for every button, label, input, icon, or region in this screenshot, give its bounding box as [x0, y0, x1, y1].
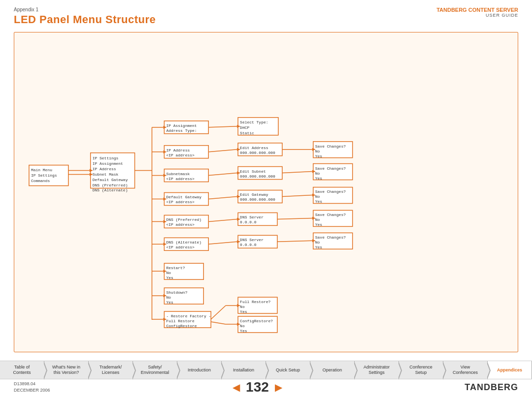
svg-text:0.0.0.0: 0.0.0.0: [240, 243, 257, 247]
tab-whats-new[interactable]: What's New inthis Version?: [44, 361, 89, 379]
bottom-nav: Table ofContents What's New inthis Versi…: [0, 361, 532, 379]
svg-text:Edit Subnet: Edit Subnet: [240, 169, 266, 174]
svg-text:No: No: [315, 149, 320, 153]
svg-text:IP Assignment: IP Assignment: [166, 123, 197, 128]
svg-text:000.000.000.000: 000.000.000.000: [240, 151, 275, 155]
page-footer: D13898.04 DECEMBER 2006 ◀ 132 ▶ TANDBERG: [14, 379, 518, 395]
tab-installation[interactable]: Installation: [222, 361, 266, 379]
svg-text:DNS (Preferred): DNS (Preferred): [166, 217, 201, 222]
svg-text:IP Address: IP Address: [93, 167, 116, 171]
tab-administrator[interactable]: AdministratorSettings: [355, 361, 399, 379]
tab-introduction[interactable]: Introduction: [177, 361, 222, 379]
svg-text:No: No: [315, 240, 320, 245]
svg-text:Default Gateway: Default Gateway: [93, 178, 128, 182]
svg-line-133: [211, 306, 226, 319]
svg-text:Save Changes?: Save Changes?: [315, 235, 346, 240]
svg-text:<IP address>: <IP address>: [166, 177, 195, 181]
svg-text:Save Changes?: Save Changes?: [315, 189, 346, 194]
doc-date: DECEMBER 2006: [14, 387, 50, 394]
svg-text:Yes: Yes: [166, 276, 173, 280]
svg-line-136: [211, 322, 226, 324]
svg-text:Yes: Yes: [240, 309, 247, 314]
svg-text:No: No: [240, 305, 245, 309]
svg-text:Save Changes?: Save Changes?: [315, 166, 346, 171]
svg-text:Yes: Yes: [315, 222, 323, 227]
tab-view-conferences[interactable]: ViewConferences: [443, 361, 488, 379]
svg-line-123: [282, 195, 312, 196]
brand-name: TANDBERG CONTENT SERVER: [436, 7, 518, 13]
svg-text:<IP address>: <IP address>: [166, 153, 195, 157]
diagram-svg: .node-rect { fill: white; stroke: #e0702…: [14, 32, 518, 352]
footer-doc-info: D13898.04 DECEMBER 2006: [14, 381, 50, 393]
svg-text:Default Gateway: Default Gateway: [166, 195, 201, 199]
svg-text:DNS (Preferred): DNS (Preferred): [93, 183, 128, 187]
brand-tandberg: TANDBERG: [436, 7, 467, 13]
doc-number: D13898.04: [14, 381, 50, 387]
svg-text:Save Changes?: Save Changes?: [315, 144, 346, 149]
svg-text:DNS (Alternate): DNS (Alternate): [93, 188, 128, 193]
svg-text:DNS Server: DNS Server: [240, 238, 264, 242]
svg-text:DNS Server: DNS Server: [240, 215, 264, 219]
svg-text:Full Restore?: Full Restore?: [240, 300, 270, 304]
svg-text:ConfigRestore: ConfigRestore: [166, 324, 197, 328]
svg-text:Edit Gateway: Edit Gateway: [240, 192, 268, 197]
svg-text:IP Address: IP Address: [166, 148, 190, 153]
svg-text:No: No: [166, 271, 171, 275]
brand-header: TANDBERG CONTENT SERVER USER GUIDE: [436, 7, 518, 18]
svg-text:ConfigRestore?: ConfigRestore?: [240, 319, 273, 323]
svg-text:Restart?: Restart?: [166, 266, 185, 270]
svg-line-131: [277, 241, 312, 242]
svg-line-117: [208, 173, 237, 176]
footer-page: ◀ 132 ▶: [233, 379, 282, 395]
svg-text:No: No: [315, 194, 320, 199]
svg-text:<IP address>: <IP address>: [166, 200, 195, 204]
svg-text:Subnet Mask: Subnet Mask: [93, 172, 119, 177]
svg-text:<IP address>: <IP address>: [166, 222, 195, 227]
tab-safety[interactable]: Safety/Environmental: [133, 361, 177, 379]
tab-operation[interactable]: Operation: [310, 361, 355, 379]
svg-text:Yes: Yes: [315, 199, 323, 204]
svg-text:Select Type:: Select Type:: [240, 120, 268, 124]
brand-subtitle: USER GUIDE: [436, 13, 518, 18]
svg-text:Yes: Yes: [315, 176, 323, 181]
svg-text:DNS (Alternate): DNS (Alternate): [166, 240, 201, 245]
svg-line-111: [208, 126, 237, 127]
svg-text:Yes: Yes: [315, 245, 323, 249]
svg-text:000.000.000.000: 000.000.000.000: [240, 197, 275, 202]
tab-appendices[interactable]: Appendices: [488, 361, 532, 379]
svg-text:Edit Address: Edit Address: [240, 146, 268, 150]
svg-text:Yes: Yes: [240, 329, 247, 333]
svg-text:000.000.000.000: 000.000.000.000: [240, 174, 275, 179]
tab-table-of-contents[interactable]: Table ofContents: [0, 361, 44, 379]
svg-text:Main Menu: Main Menu: [31, 168, 52, 172]
svg-text:Address Type:: Address Type:: [166, 128, 197, 133]
svg-text:Save Changes?: Save Changes?: [315, 213, 346, 217]
svg-text:DHCP: DHCP: [240, 125, 249, 130]
svg-line-119: [282, 172, 312, 173]
svg-text:Static: Static: [240, 131, 254, 135]
page-number: 132: [246, 379, 269, 395]
brand-product: CONTENT SERVER: [468, 7, 518, 13]
tab-conference-setup[interactable]: ConferenceSetup: [399, 361, 443, 379]
svg-text:No: No: [240, 324, 245, 328]
svg-text:IP Settings: IP Settings: [93, 156, 119, 160]
svg-text:No: No: [315, 217, 320, 222]
svg-text:Subnetmask: Subnetmask: [166, 172, 190, 176]
svg-text:<IP address>: <IP address>: [166, 245, 195, 249]
tab-trademark[interactable]: Trademark/Licenses: [89, 361, 133, 379]
next-page-arrow[interactable]: ▶: [275, 381, 282, 393]
svg-text:IP Settings: IP Settings: [31, 173, 57, 178]
svg-line-129: [208, 242, 237, 244]
svg-line-125: [208, 219, 237, 221]
svg-text:Full Restore: Full Restore: [166, 319, 195, 323]
svg-text:0.0.0.0: 0.0.0.0: [240, 220, 257, 224]
svg-line-113: [208, 150, 237, 152]
svg-text:Shutdown?: Shutdown?: [166, 290, 187, 295]
svg-text:IP Assignment: IP Assignment: [93, 161, 123, 166]
svg-line-127: [277, 218, 312, 219]
svg-text:No: No: [315, 171, 320, 176]
svg-text:Yes: Yes: [166, 300, 173, 305]
prev-page-arrow[interactable]: ◀: [233, 381, 240, 393]
svg-text:Commands: Commands: [31, 179, 50, 183]
tab-quick-setup[interactable]: Quick Setup: [266, 361, 310, 379]
